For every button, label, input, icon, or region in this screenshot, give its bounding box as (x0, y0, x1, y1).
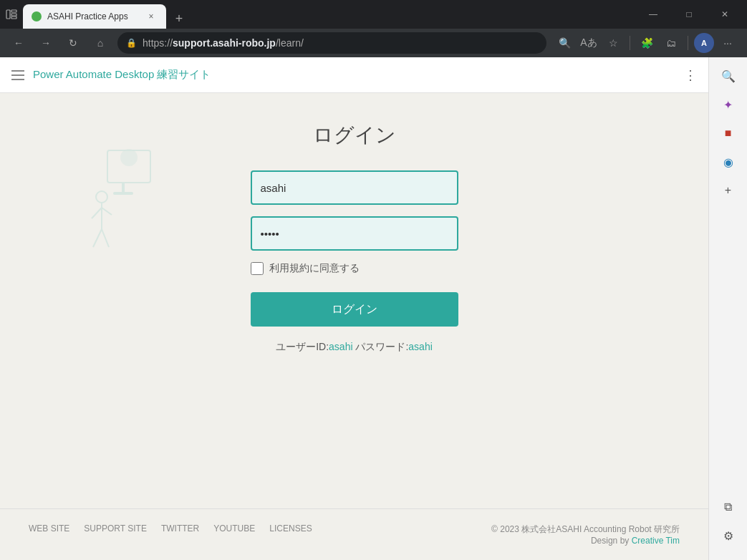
creative-tim-link[interactable]: Creative Tim (632, 536, 680, 546)
footer-link-website[interactable]: WEB SITE (29, 523, 69, 534)
read-aloud-icon[interactable]: Aあ (578, 32, 599, 54)
refresh-button[interactable]: ↻ (63, 33, 83, 53)
design-credit: Design by Creative Tim (491, 536, 680, 546)
back-button[interactable]: ← (9, 33, 29, 53)
credentials-password: asahi (408, 341, 432, 352)
url-path: /learn/ (276, 37, 304, 49)
sidebar-office-icon[interactable]: ■ (715, 120, 741, 146)
credentials-userid: asahi (329, 341, 352, 352)
active-tab[interactable]: ASAHI Practice Apps × (23, 4, 166, 29)
sidebar-add-icon[interactable]: + (715, 178, 741, 203)
url-domain: support.asahi-robo.jp (173, 37, 276, 49)
main-content: Power Automate Desktop 練習サイト ⋮ (0, 57, 708, 560)
maximize-button[interactable]: □ (673, 4, 705, 25)
design-prefix: Design by (591, 536, 632, 546)
svg-line-10 (92, 208, 102, 218)
search-icon[interactable]: 🔍 (554, 32, 575, 54)
lock-icon: 🔒 (126, 38, 137, 48)
svg-point-7 (120, 149, 138, 166)
window-controls: — □ ✕ (637, 4, 741, 25)
toolbar-icons: 🔍 Aあ ☆ 🧩 🗂 A ··· (554, 32, 738, 54)
extensions-icon[interactable]: 🧩 (636, 32, 657, 54)
sidebar-copilot-icon[interactable]: ✦ (715, 92, 741, 117)
username-input[interactable] (251, 170, 458, 205)
separator2 (688, 36, 688, 50)
footer-link-licenses[interactable]: LICENSES (269, 523, 312, 534)
header-more-button[interactable]: ⋮ (684, 67, 697, 83)
sidebar-search-icon[interactable]: 🔍 (715, 63, 741, 89)
svg-line-11 (102, 208, 112, 215)
favorites-icon[interactable]: ☆ (602, 32, 624, 54)
site-header: Power Automate Desktop 練習サイト ⋮ (0, 57, 708, 93)
profile-button[interactable]: A (694, 33, 714, 53)
footer-link-youtube[interactable]: YOUTUBE (213, 523, 255, 534)
terms-checkbox[interactable] (251, 262, 264, 275)
footer-link-twitter[interactable]: TWITTER (161, 523, 199, 534)
close-button[interactable]: ✕ (708, 4, 741, 25)
tab-title: ASAHI Practice Apps (47, 11, 139, 21)
browser-sidebar-toggle[interactable] (6, 9, 17, 20)
credentials-mid: パスワード: (353, 341, 409, 352)
site-footer: WEB SITE SUPPORT SITE TWITTER YOUTUBE LI… (0, 508, 708, 560)
forward-button[interactable]: → (36, 33, 56, 53)
address-field[interactable]: 🔒 https://support.asahi-robo.jp/learn/ (117, 32, 546, 54)
terms-label: 利用規約に同意する (269, 262, 360, 275)
title-bar: ASAHI Practice Apps × + — □ ✕ (0, 0, 747, 29)
svg-line-13 (102, 229, 109, 247)
sidebar-bottom: ⧉ ⚙ (715, 494, 741, 554)
credentials-prefix: ユーザーID: (276, 341, 329, 352)
footer-links: WEB SITE SUPPORT SITE TWITTER YOUTUBE LI… (29, 523, 312, 534)
more-options-icon[interactable]: ··· (717, 32, 738, 54)
tab-bar: ASAHI Practice Apps × + (23, 0, 631, 29)
svg-line-12 (93, 229, 102, 247)
tab-close-button[interactable]: × (145, 10, 158, 23)
hamburger-menu[interactable] (11, 70, 24, 80)
footer-link-support[interactable]: SUPPORT SITE (84, 523, 147, 534)
minimize-button[interactable]: — (637, 4, 670, 25)
site-title: Power Automate Desktop 練習サイト (33, 68, 211, 82)
sidebar-settings-icon[interactable]: ⚙ (715, 523, 741, 549)
svg-rect-1 (11, 10, 16, 12)
footer-right: © 2023 株式会社ASAHI Accounting Robot 研究所 De… (491, 523, 680, 546)
home-button[interactable]: ⌂ (90, 33, 110, 53)
separator (630, 36, 630, 50)
svg-rect-3 (11, 16, 16, 19)
url-prefix: https:// (143, 37, 173, 49)
address-bar: ← → ↻ ⌂ 🔒 https://support.asahi-robo.jp/… (0, 29, 747, 57)
svg-rect-0 (6, 10, 10, 19)
right-sidebar: 🔍 ✦ ■ ◉ + ⧉ ⚙ (708, 57, 747, 560)
svg-rect-6 (113, 192, 133, 195)
page-content: ログイン 利用規約に同意する ログイン ユーザーID:asahi パスワード:a… (0, 93, 708, 508)
new-tab-button[interactable]: + (169, 9, 189, 29)
svg-rect-2 (11, 14, 16, 16)
terms-row: 利用規約に同意する (251, 262, 458, 275)
sidebar-outlook-icon[interactable]: ◉ (715, 149, 741, 175)
password-input[interactable] (251, 216, 458, 251)
credentials-info: ユーザーID:asahi パスワード:asahi (276, 341, 433, 354)
svg-rect-5 (122, 183, 125, 193)
url-display: https://support.asahi-robo.jp/learn/ (143, 37, 538, 49)
login-container: ログイン 利用規約に同意する ログイン ユーザーID:asahi パスワード:a… (175, 122, 534, 354)
tab-favicon (32, 11, 42, 21)
collections-icon[interactable]: 🗂 (660, 32, 682, 54)
login-title: ログイン (313, 122, 396, 149)
copyright-text: © 2023 株式会社ASAHI Accounting Robot 研究所 (491, 523, 680, 536)
svg-point-8 (96, 191, 107, 203)
login-button[interactable]: ログイン (251, 292, 458, 327)
sidebar-split-view-icon[interactable]: ⧉ (715, 494, 741, 520)
decorative-figure (86, 136, 172, 279)
